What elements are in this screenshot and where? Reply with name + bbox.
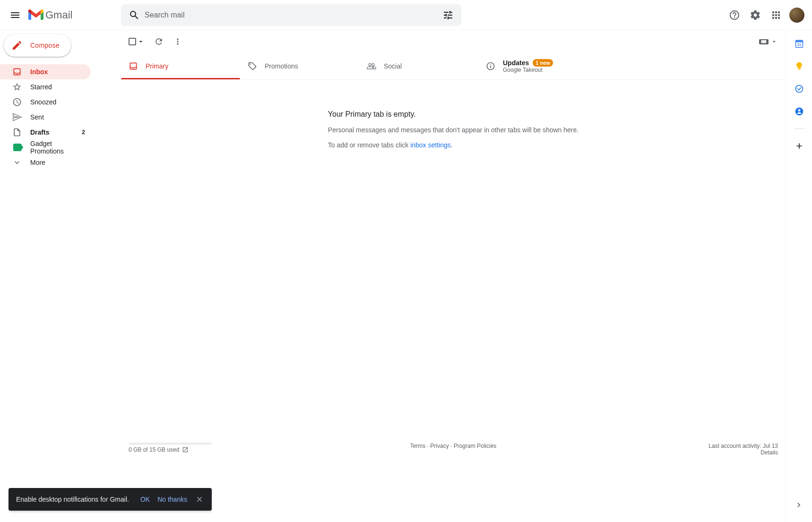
svg-point-4 — [795, 86, 803, 93]
gmail-logo-text: Gmail — [43, 9, 72, 21]
inbox-icon — [12, 67, 22, 77]
nav-count: 2 — [82, 129, 85, 136]
settings-button[interactable] — [746, 6, 765, 25]
empty-state: Your Primary tab is empty. Personal mess… — [121, 80, 786, 156]
contacts-icon — [795, 107, 804, 116]
support-button[interactable] — [725, 6, 744, 25]
header: Gmail — [0, 0, 812, 30]
contacts-addon[interactable] — [790, 102, 809, 121]
search-button[interactable] — [124, 5, 145, 26]
nav-label: Inbox — [30, 68, 85, 76]
side-panel: 31 — [786, 30, 812, 522]
tab-primary[interactable]: Primary — [121, 53, 240, 79]
privacy-link[interactable]: Privacy — [430, 443, 449, 449]
label-icon — [13, 144, 21, 151]
tab-updates[interactable]: Updates 1 new Google Takeout — [478, 53, 597, 79]
refresh-button[interactable] — [154, 37, 164, 46]
empty-line-1: Personal messages and messages that don'… — [328, 126, 579, 134]
search-input[interactable] — [145, 11, 438, 19]
nav-label: Starred — [30, 83, 85, 91]
sidebar-item-drafts[interactable]: Drafts 2 — [0, 125, 91, 140]
input-tools-button[interactable]: ⌨ — [759, 38, 778, 45]
nav-label: Sent — [30, 113, 85, 121]
tab-label: Updates — [503, 59, 529, 67]
terms-link[interactable]: Terms — [410, 443, 426, 449]
storage-info: 0 GB of 15 GB used — [129, 443, 345, 456]
details-link[interactable]: Details — [760, 449, 778, 456]
tab-sublabel: Google Takeout — [503, 67, 553, 73]
sidebar-item-starred[interactable]: Starred — [0, 79, 91, 94]
nav-label: Drafts — [30, 128, 82, 136]
category-tabs: Primary Promotions Social Updates 1 new … — [121, 53, 786, 80]
draft-icon — [12, 128, 22, 137]
last-activity-text: Last account activity: Jul 13 — [561, 443, 778, 449]
apps-button[interactable] — [767, 6, 786, 25]
nav-label: More — [30, 159, 85, 166]
footer: 0 GB of 15 GB used Terms · Privacy · Pro… — [121, 439, 786, 522]
header-left: Gmail — [4, 4, 121, 26]
toast-text: Enable desktop notifications for Gmail. — [16, 496, 129, 503]
chevron-down-icon — [12, 158, 22, 167]
search-options-button[interactable] — [438, 5, 458, 26]
svg-text:31: 31 — [797, 43, 801, 47]
toast-close-button[interactable] — [191, 491, 208, 508]
policies-link[interactable]: Program Policies — [454, 443, 497, 449]
svg-rect-3 — [798, 69, 800, 70]
clock-icon — [12, 97, 22, 107]
more-button[interactable] — [173, 37, 182, 46]
svg-rect-1 — [795, 40, 803, 42]
sidebar-item-sent[interactable]: Sent — [0, 110, 91, 125]
account-avatar[interactable] — [789, 8, 804, 23]
star-icon — [12, 82, 22, 92]
storage-text: 0 GB of 15 GB used — [129, 446, 179, 453]
empty-line-2: To add or remove tabs click inbox settin… — [328, 141, 579, 149]
keyboard-icon: ⌨ — [759, 39, 769, 44]
sidebar: Compose Inbox Starred Snoozed Sent Draft… — [0, 30, 121, 522]
tab-label: Social — [384, 62, 402, 70]
toolbar: ⌨ — [121, 30, 786, 53]
select-all-button[interactable] — [129, 38, 145, 45]
nav-label: Snoozed — [30, 98, 85, 106]
people-icon — [367, 61, 376, 71]
open-external-icon[interactable] — [182, 446, 189, 453]
plus-icon — [795, 141, 804, 151]
gmail-logo-icon — [28, 9, 43, 21]
calendar-addon[interactable]: 31 — [790, 34, 809, 53]
tab-label: Promotions — [265, 62, 298, 70]
calendar-icon: 31 — [795, 39, 804, 48]
refresh-icon — [154, 37, 164, 46]
tab-social[interactable]: Social — [359, 53, 478, 79]
side-panel-toggle[interactable] — [789, 496, 808, 514]
inbox-settings-link[interactable]: inbox settings — [410, 141, 451, 149]
toast-ok-button[interactable]: OK — [137, 492, 154, 507]
sidebar-item-more[interactable]: More — [0, 155, 91, 170]
checkbox-icon — [129, 38, 136, 45]
apps-grid-icon — [770, 9, 782, 21]
footer-links: Terms · Privacy · Program Policies — [345, 443, 561, 456]
chevron-right-icon — [794, 500, 803, 510]
gmail-logo[interactable]: Gmail — [26, 9, 72, 21]
svg-point-6 — [798, 109, 800, 111]
tune-icon — [442, 9, 454, 21]
dropdown-arrow-icon — [137, 38, 145, 45]
activity-info: Last account activity: Jul 13 Details — [561, 443, 778, 456]
toolbar-left — [129, 37, 182, 46]
compose-plus-icon — [11, 40, 23, 51]
notification-toast: Enable desktop notifications for Gmail. … — [9, 488, 212, 511]
body: Compose Inbox Starred Snoozed Sent Draft… — [0, 30, 812, 522]
compose-button[interactable]: Compose — [4, 34, 71, 57]
dropdown-arrow-icon — [770, 38, 778, 45]
tasks-addon[interactable] — [790, 79, 809, 98]
toast-no-button[interactable]: No thanks — [154, 492, 191, 507]
keep-icon — [795, 61, 804, 71]
sidebar-item-inbox[interactable]: Inbox — [0, 64, 91, 79]
main-menu-button[interactable] — [4, 4, 26, 26]
tab-label: Primary — [146, 62, 168, 70]
get-addons-button[interactable] — [790, 137, 809, 155]
keep-addon[interactable] — [790, 57, 809, 76]
sidebar-item-label-gadget[interactable]: Gadget Promotions — [0, 140, 91, 155]
tab-promotions[interactable]: Promotions — [240, 53, 359, 79]
nav-label: Gadget Promotions — [30, 140, 85, 155]
sidebar-item-snoozed[interactable]: Snoozed — [0, 94, 91, 110]
storage-bar — [129, 443, 212, 445]
